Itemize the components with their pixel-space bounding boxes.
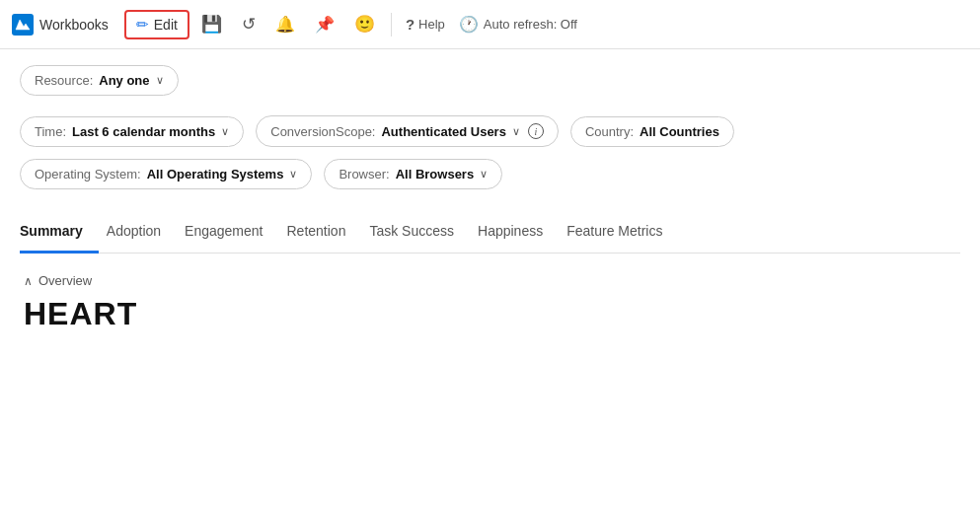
- app-name: Workbooks: [39, 17, 109, 33]
- pin-button[interactable]: 📌: [307, 10, 342, 38]
- conversion-scope-label: ConversionScope:: [270, 124, 375, 139]
- os-filter[interactable]: Operating System: All Operating Systems …: [20, 159, 312, 189]
- time-filter-chevron: ∨: [221, 125, 229, 138]
- bell-icon: 🔔: [275, 15, 295, 34]
- edit-label: Edit: [154, 17, 178, 33]
- overview-toggle[interactable]: ∧ Overview: [24, 273, 956, 288]
- overview-section: ∧ Overview HEART: [20, 273, 960, 332]
- toolbar-separator: [391, 13, 392, 36]
- overview-toggle-label: Overview: [38, 273, 92, 288]
- main-content: Resource: Any one ∨ Time: Last 6 calenda…: [0, 49, 980, 332]
- smiley-icon: 🙂: [354, 14, 375, 35]
- refresh-button[interactable]: ↺: [234, 9, 264, 39]
- resource-filter-label: Resource:: [35, 73, 93, 88]
- secondary-filters-row: Operating System: All Operating Systems …: [20, 159, 960, 189]
- overview-chevron-icon: ∧: [24, 274, 33, 288]
- edit-button[interactable]: ✏ Edit: [124, 10, 189, 39]
- browser-filter-chevron: ∨: [480, 168, 488, 181]
- save-button[interactable]: 💾: [193, 9, 230, 39]
- autorefresh-label: Auto refresh: Off: [484, 17, 577, 32]
- os-filter-chevron: ∨: [289, 168, 297, 181]
- save-icon: 💾: [201, 14, 222, 35]
- tab-summary[interactable]: Summary: [20, 213, 99, 254]
- tab-retention[interactable]: Retention: [287, 213, 362, 254]
- question-icon: ?: [406, 16, 415, 33]
- help-button[interactable]: ? Help: [400, 11, 451, 37]
- os-filter-value: All Operating Systems: [147, 167, 284, 181]
- heart-title: HEART: [24, 296, 956, 332]
- resource-filter[interactable]: Resource: Any one ∨: [20, 65, 179, 96]
- pencil-icon: ✏: [136, 16, 149, 34]
- tab-adoption[interactable]: Adoption: [107, 213, 177, 254]
- tabs-row: Summary Adoption Engagement Retention Ta…: [20, 213, 960, 254]
- autorefresh-button[interactable]: 🕐 Auto refresh: Off: [459, 15, 577, 34]
- resource-filter-value: Any one: [99, 73, 149, 88]
- time-filter[interactable]: Time: Last 6 calendar months ∨: [20, 116, 244, 147]
- app-logo: Workbooks: [12, 14, 116, 36]
- resource-filter-chevron: ∨: [156, 74, 164, 87]
- toolbar: Workbooks ✏ Edit 💾 ↺ 🔔 📌 🙂 ? Help 🕐 Auto…: [0, 0, 980, 49]
- bell-button[interactable]: 🔔: [267, 10, 303, 38]
- time-filter-value: Last 6 calendar months: [72, 124, 215, 139]
- main-filters-row: Time: Last 6 calendar months ∨ Conversio…: [20, 115, 960, 147]
- country-filter[interactable]: Country: All Countries: [570, 116, 734, 147]
- country-filter-label: Country:: [585, 124, 634, 139]
- tab-feature-metrics[interactable]: Feature Metrics: [566, 213, 678, 254]
- time-filter-label: Time:: [35, 124, 66, 139]
- os-filter-label: Operating System:: [35, 167, 141, 181]
- browser-filter[interactable]: Browser: All Browsers ∨: [324, 159, 502, 189]
- tab-engagement[interactable]: Engagement: [185, 213, 278, 254]
- tab-happiness[interactable]: Happiness: [478, 213, 559, 254]
- refresh-icon: ↺: [242, 14, 256, 35]
- browser-filter-value: All Browsers: [396, 167, 474, 181]
- workbooks-logo-icon: [12, 14, 34, 36]
- clock-icon: 🕐: [459, 15, 479, 34]
- smiley-button[interactable]: 🙂: [346, 9, 383, 39]
- browser-filter-label: Browser:: [339, 167, 389, 181]
- resource-filter-row: Resource: Any one ∨: [20, 65, 960, 96]
- conversion-scope-value: Authenticated Users: [381, 124, 505, 139]
- conversion-scope-chevron: ∨: [512, 125, 520, 138]
- help-label: Help: [418, 17, 445, 32]
- tab-task-success[interactable]: Task Success: [369, 213, 470, 254]
- country-filter-value: All Countries: [640, 124, 719, 139]
- conversion-scope-filter[interactable]: ConversionScope: Authenticated Users ∨ i: [256, 115, 559, 147]
- conversion-scope-info-icon[interactable]: i: [528, 123, 544, 139]
- pin-icon: 📌: [315, 15, 335, 34]
